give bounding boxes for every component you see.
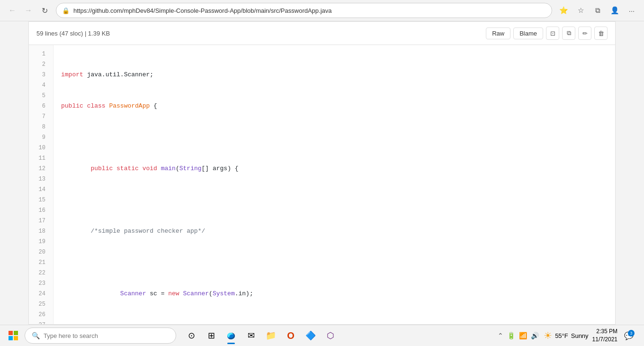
blame-button[interactable]: Blame bbox=[513, 27, 543, 39]
ln-22: 22 bbox=[29, 268, 53, 278]
profile-button[interactable]: 👤 bbox=[607, 3, 622, 18]
ln-15: 15 bbox=[29, 195, 53, 205]
copy-icon-btn[interactable]: ⧉ bbox=[562, 27, 575, 40]
raw-button[interactable]: Raw bbox=[486, 27, 510, 39]
ln-13: 13 bbox=[29, 174, 53, 184]
taskbar: 🔍 ⊙ ⊞ ✉ 📁 O 🔷 ⬡ ⌃ 🔋 📶 🔊 ☀ 55°F Sunn bbox=[0, 325, 644, 346]
ln-7: 7 bbox=[29, 111, 53, 122]
favorites-button[interactable]: ☆ bbox=[573, 3, 588, 18]
notification-button[interactable]: 💬 3 bbox=[621, 328, 636, 343]
code-line-9 bbox=[61, 320, 608, 325]
taskbar-widgets-app[interactable]: ⊞ bbox=[202, 326, 221, 345]
code-line-8: Scanner sc = new Scanner(System.in); bbox=[61, 289, 608, 299]
split-view-button[interactable]: ⧉ bbox=[590, 3, 605, 18]
code-line-2: public class PasswordApp { bbox=[61, 101, 608, 111]
weather-temp: 55°F bbox=[555, 332, 568, 339]
ln-24: 24 bbox=[29, 289, 53, 299]
ln-19: 19 bbox=[29, 237, 53, 247]
volume-icon[interactable]: 🔊 bbox=[530, 331, 540, 340]
ln-3: 3 bbox=[29, 70, 53, 80]
windows-logo-icon bbox=[9, 331, 18, 340]
battery-icon: 🔋 bbox=[506, 331, 516, 340]
menu-button[interactable]: ··· bbox=[624, 3, 639, 18]
ln-26: 26 bbox=[29, 310, 53, 320]
taskbar-apps: ⊙ ⊞ ✉ 📁 O 🔷 ⬡ bbox=[182, 326, 340, 345]
svg-rect-0 bbox=[9, 331, 13, 335]
ln-27: 27 bbox=[29, 320, 53, 325]
taskbar-search-app[interactable]: ⊙ bbox=[182, 326, 201, 345]
forward-button[interactable]: → bbox=[21, 3, 36, 18]
code-header: 59 lines (47 sloc) | 1.39 KB Raw Blame ⊡… bbox=[29, 22, 615, 45]
network-icon: 📶 bbox=[518, 331, 528, 340]
browser-actions: ⭐ ☆ ⧉ 👤 ··· bbox=[556, 3, 639, 18]
ln-6: 6 bbox=[29, 101, 53, 111]
ln-23: 23 bbox=[29, 278, 53, 289]
ln-17: 17 bbox=[29, 216, 53, 226]
nav-buttons: ← → ↻ bbox=[5, 3, 52, 18]
notification-badge: 3 bbox=[628, 330, 635, 337]
taskbar-search-box[interactable]: 🔍 bbox=[25, 328, 176, 344]
search-icon: 🔍 bbox=[32, 332, 40, 339]
code-body: 1 2 3 4 5 6 7 8 9 10 11 12 13 14 15 16 1… bbox=[29, 45, 615, 325]
ln-11: 11 bbox=[29, 153, 53, 164]
code-line-3 bbox=[61, 132, 608, 143]
weather-sun-icon: ☀ bbox=[544, 330, 552, 341]
code-line-7 bbox=[61, 257, 608, 268]
line-numbers: 1 2 3 4 5 6 7 8 9 10 11 12 13 14 15 16 1… bbox=[29, 45, 54, 325]
ln-21: 21 bbox=[29, 257, 53, 268]
code-line-4: public static void main(String[] args) { bbox=[61, 164, 608, 174]
code-line-6: /*simple password checker app*/ bbox=[61, 226, 608, 237]
address-bar[interactable]: 🔒 https://github.com/mphDev84/Simple-Con… bbox=[56, 3, 552, 18]
svg-rect-3 bbox=[14, 336, 18, 340]
system-clock[interactable]: 2:35 PM 11/7/2021 bbox=[592, 328, 617, 344]
weather-condition: Sunny bbox=[571, 332, 589, 339]
delete-icon-btn[interactable]: 🗑 bbox=[594, 27, 608, 40]
svg-rect-1 bbox=[14, 331, 18, 335]
ln-14: 14 bbox=[29, 184, 53, 195]
chevron-up-icon[interactable]: ⌃ bbox=[497, 331, 504, 340]
taskbar-unknown-app[interactable]: 🔷 bbox=[301, 326, 320, 345]
ln-25: 25 bbox=[29, 299, 53, 310]
taskbar-files-app[interactable]: 📁 bbox=[261, 326, 280, 345]
refresh-button[interactable]: ↻ bbox=[37, 3, 52, 18]
ln-4: 4 bbox=[29, 80, 53, 91]
code-viewer: 59 lines (47 sloc) | 1.39 KB Raw Blame ⊡… bbox=[28, 21, 616, 325]
ln-5: 5 bbox=[29, 91, 53, 101]
weather-widget: ☀ 55°F Sunny bbox=[544, 330, 588, 341]
clock-time: 2:35 PM bbox=[592, 328, 617, 336]
ln-20: 20 bbox=[29, 247, 53, 257]
code-stats: 59 lines (47 sloc) | 1.39 KB bbox=[36, 30, 110, 37]
taskbar-office-app[interactable]: O bbox=[281, 326, 300, 345]
code-actions: Raw Blame ⊡ ⧉ ✏ 🗑 bbox=[486, 27, 608, 40]
taskbar-mail-app[interactable]: ✉ bbox=[242, 326, 260, 345]
ln-10: 10 bbox=[29, 143, 53, 153]
browser-chrome: ← → ↻ 🔒 https://github.com/mphDev84/Simp… bbox=[0, 0, 644, 21]
edit-icon-btn[interactable]: ✏ bbox=[578, 27, 591, 40]
ln-9: 9 bbox=[29, 132, 53, 143]
ln-8: 8 bbox=[29, 122, 53, 132]
code-line-1: import java.util.Scanner; bbox=[61, 70, 608, 80]
edge-icon bbox=[226, 331, 236, 340]
ln-1: 1 bbox=[29, 49, 53, 59]
back-button[interactable]: ← bbox=[5, 3, 20, 18]
lock-icon: 🔒 bbox=[62, 7, 70, 14]
code-line-5 bbox=[61, 195, 608, 205]
ln-2: 2 bbox=[29, 59, 53, 70]
ln-12: 12 bbox=[29, 164, 53, 174]
taskbar-visual-studio[interactable]: ⬡ bbox=[321, 326, 340, 345]
code-meta: 59 lines (47 sloc) | 1.39 KB bbox=[36, 30, 112, 37]
url-text: https://github.com/mphDev84/Simple-Conso… bbox=[73, 7, 546, 14]
search-input[interactable] bbox=[44, 332, 169, 339]
code-content: import java.util.Scanner; public class P… bbox=[54, 45, 615, 325]
start-button[interactable] bbox=[4, 326, 23, 345]
clock-date: 11/7/2021 bbox=[592, 336, 617, 344]
ln-18: 18 bbox=[29, 226, 53, 237]
ln-16: 16 bbox=[29, 205, 53, 216]
extensions-button[interactable]: ⭐ bbox=[556, 3, 571, 18]
desktop-icon-btn[interactable]: ⊡ bbox=[546, 27, 559, 40]
taskbar-edge-browser[interactable] bbox=[222, 326, 241, 345]
systray-icons: ⌃ 🔋 📶 🔊 bbox=[497, 331, 540, 340]
svg-rect-2 bbox=[9, 336, 13, 340]
systray: ⌃ 🔋 📶 🔊 ☀ 55°F Sunny 2:35 PM 11/7/2021 💬… bbox=[493, 328, 640, 344]
